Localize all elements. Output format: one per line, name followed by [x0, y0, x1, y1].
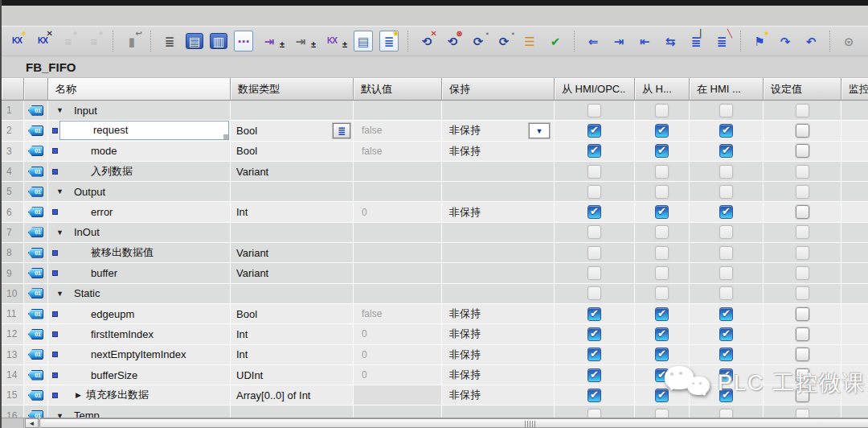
header-in-hmi[interactable]: 在 HMI ... [690, 78, 764, 101]
datatype-cell[interactable]: Variant [231, 243, 354, 262]
hmi-opc-checkbox[interactable] [588, 307, 601, 321]
hmi-opc-checkbox[interactable] [588, 368, 601, 382]
split-editor-2-button[interactable]: ▥ [210, 33, 227, 49]
header-setpoint[interactable]: 设定值 [764, 78, 841, 101]
in-hmi-checkbox[interactable] [719, 307, 733, 321]
datatype-cell[interactable]: Int [231, 202, 354, 221]
header-from-h[interactable]: 从 H... [635, 78, 690, 101]
column-lines-button[interactable]: ≣▏ [686, 31, 706, 51]
datatype-cell[interactable]: Int [231, 345, 354, 364]
datatype-cell[interactable]: Array[0..0] of Int [231, 385, 354, 405]
cross-references-button[interactable]: ∞ [865, 31, 868, 51]
in-hmi-checkbox[interactable] [719, 205, 733, 219]
in-hmi-checkbox[interactable] [719, 389, 733, 402]
retain-cell[interactable] [442, 162, 555, 181]
retain-dropdown-button[interactable]: ▼ [529, 123, 550, 138]
default-value-cell[interactable]: false [354, 142, 442, 161]
name-cell[interactable]: buffer [48, 263, 231, 282]
name-cell[interactable]: 入列数据 [48, 162, 231, 181]
header-name[interactable]: 名称 [48, 78, 231, 101]
clear-lines-button[interactable]: ≣╲ [712, 31, 731, 51]
delete-row-button[interactable]: KX✕ [33, 31, 52, 51]
retain-cell[interactable]: 非保持 [442, 202, 555, 221]
header-datatype[interactable]: 数据类型 [231, 78, 354, 101]
next-bookmark-button[interactable]: ↷ [776, 31, 795, 51]
insert-row-before-button[interactable]: ≡✶ [59, 31, 78, 51]
in-hmi-checkbox[interactable] [719, 327, 733, 341]
retain-cell[interactable]: 非保持▼ [442, 121, 555, 140]
from-h-checkbox[interactable] [655, 307, 669, 321]
datatype-cell[interactable]: Variant [231, 162, 354, 181]
from-h-checkbox[interactable] [655, 205, 669, 219]
default-value-cell[interactable] [354, 263, 442, 282]
collapse-triangle-icon[interactable]: ▼ [56, 106, 66, 114]
find-references-button[interactable]: ⊙ [839, 31, 858, 51]
name-cell[interactable]: ▼Input [48, 101, 231, 120]
setpoint-checkbox[interactable] [796, 144, 809, 158]
add-interface-gray-button[interactable]: ⇥± [291, 31, 310, 51]
hmi-opc-checkbox[interactable] [588, 124, 601, 138]
name-cell[interactable]: edgeupm [48, 304, 231, 323]
header-monitor[interactable]: 监控 [841, 78, 868, 101]
retain-cell[interactable] [442, 101, 555, 120]
compile-check-button[interactable]: ✔ [546, 31, 565, 51]
default-value-cell[interactable] [354, 223, 442, 242]
goto-previous-button[interactable]: ⇐ [583, 31, 603, 51]
datatype-cell[interactable]: Bool [231, 142, 354, 161]
retain-cell[interactable] [442, 243, 555, 262]
setpoint-checkbox[interactable] [796, 327, 809, 341]
from-h-checkbox[interactable] [655, 124, 669, 138]
retain-cell[interactable] [442, 223, 555, 242]
default-value-cell[interactable]: 0 [354, 345, 442, 364]
horizontal-scrollbar[interactable]: ◄ [2, 418, 868, 428]
previous-bookmark-button[interactable]: ↶ [801, 31, 821, 51]
retain-cell[interactable]: 非保持 [442, 365, 555, 385]
scrollbar-grip[interactable] [525, 421, 535, 427]
detail-view-toggle-button[interactable]: ▤ [354, 31, 373, 51]
load-start-values-button[interactable]: ☰ [520, 31, 539, 51]
keep-actual-values-button[interactable]: ▮↩ [122, 31, 141, 51]
name-cell[interactable]: 被移出数据值 [48, 243, 231, 262]
default-value-cell[interactable]: 0 [354, 324, 442, 344]
datatype-cell[interactable]: UDInt [231, 365, 354, 385]
setpoint-checkbox[interactable] [796, 124, 809, 138]
in-hmi-checkbox[interactable] [719, 124, 733, 138]
from-h-checkbox[interactable] [655, 368, 669, 382]
insert-row-after-button[interactable]: ≡✶ [84, 31, 104, 51]
datatype-cell[interactable]: Variant [231, 263, 354, 282]
in-hmi-checkbox[interactable] [719, 368, 733, 382]
retain-cell[interactable] [442, 263, 555, 282]
name-cell[interactable]: firstItemIndex [48, 324, 231, 344]
default-value-cell[interactable] [354, 243, 442, 262]
default-value-cell[interactable] [354, 162, 442, 181]
default-value-cell[interactable]: false [354, 121, 442, 140]
default-value-cell[interactable] [354, 385, 442, 405]
expand-arrow-icon[interactable]: ▶ [76, 391, 81, 399]
default-value-cell[interactable] [354, 405, 442, 418]
in-hmi-checkbox[interactable] [719, 144, 733, 158]
split-editor-button[interactable]: ▤ [186, 33, 203, 49]
setpoint-checkbox[interactable] [796, 205, 809, 219]
setpoint-checkbox[interactable] [796, 368, 809, 382]
name-cell[interactable]: mode [48, 142, 231, 161]
datatype-cell[interactable] [231, 405, 354, 418]
add-interface-purple-button-dropdown[interactable]: ± [280, 39, 285, 49]
hmi-opc-checkbox[interactable] [588, 205, 601, 219]
retain-cell[interactable]: 非保持 [442, 304, 555, 323]
name-cell[interactable]: error [48, 202, 231, 221]
snapshot-button[interactable]: ⟳▪ [469, 31, 488, 51]
name-cell[interactable]: request [48, 121, 231, 140]
datatype-browse-button[interactable]: ≣ [333, 123, 350, 138]
from-h-checkbox[interactable] [655, 348, 669, 361]
name-cell[interactable]: ▼Temp [48, 405, 231, 418]
add-interface-kx-button[interactable]: KX± [322, 31, 342, 51]
indent-out-button[interactable]: ⇤ [635, 31, 654, 51]
name-cell[interactable]: ▼Static [48, 284, 231, 303]
setpoint-checkbox[interactable] [796, 389, 809, 402]
bookmark-add-button[interactable]: ⚑✶ [750, 31, 769, 51]
retain-cell[interactable]: 非保持 [442, 345, 555, 364]
name-edit-field[interactable]: request [59, 121, 229, 139]
comment-toggle-button[interactable]: ⋯ [234, 31, 253, 51]
default-value-cell[interactable] [354, 101, 442, 120]
name-cell[interactable]: ▶填充移出数据 [48, 385, 231, 405]
